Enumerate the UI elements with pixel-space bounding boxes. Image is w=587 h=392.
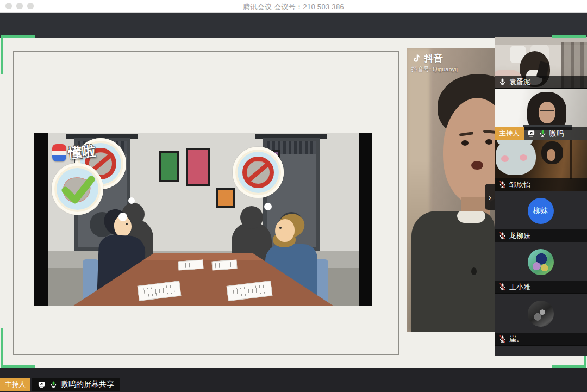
dongla-mascot-icon xyxy=(52,144,66,161)
participant-name: 崖。 xyxy=(509,334,523,344)
participant-label: 王小雅 xyxy=(495,281,587,293)
paper-2 xyxy=(211,259,237,270)
participant-label: 崖。 xyxy=(495,333,587,345)
window-title: 腾讯会议 会议号：210 503 386 xyxy=(0,2,587,12)
douyin-brand-text: 抖音 xyxy=(424,52,443,65)
mic-on-icon xyxy=(498,78,507,86)
actor-jacket xyxy=(411,211,495,332)
douyin-handle-text: 抖音号: Qiguanyij xyxy=(411,65,458,73)
participant-label: 袁蛋泥 xyxy=(495,76,587,88)
avatar-text: 柳妹 xyxy=(533,206,548,216)
cartoon-scene: 懂啦 xyxy=(48,133,359,306)
participant-tile[interactable]: 柳妹 龙柳妹 xyxy=(495,191,587,242)
participant-name: 袁蛋泥 xyxy=(509,77,530,87)
thought-bubble-check xyxy=(52,163,103,215)
actor-collar xyxy=(457,211,485,223)
bubble-dot xyxy=(128,197,135,204)
door-edge xyxy=(570,140,572,179)
share-border-bottom-left-v xyxy=(1,328,3,368)
prohibition-icon xyxy=(242,157,274,188)
mic-muted-icon xyxy=(498,335,507,343)
participant-name: 嗷呜 xyxy=(549,129,564,139)
mic-muted-icon xyxy=(498,181,507,189)
actor-eye-right xyxy=(485,139,492,145)
bubble-dot xyxy=(264,203,272,210)
participant-name: 龙柳妹 xyxy=(509,231,530,241)
participant-tile[interactable]: 袁蛋泥 xyxy=(495,37,587,89)
shared-cartoon-video: 懂啦 xyxy=(34,133,372,306)
participant-face xyxy=(547,149,555,161)
collapse-panel-button[interactable]: › xyxy=(485,184,495,210)
mic-muted-icon xyxy=(498,232,507,240)
douyin-video: 抖音 抖音号: Qiguanyij xyxy=(407,48,495,332)
paper-1 xyxy=(178,259,203,270)
jacket-button xyxy=(471,267,477,275)
titlebar: 腾讯会议 会议号：210 503 386 xyxy=(0,0,587,13)
share-border-top-right-h xyxy=(552,35,586,38)
screen-share-icon xyxy=(527,129,536,138)
man-right-face xyxy=(275,219,295,242)
share-border-top-left-v xyxy=(1,35,3,74)
chevron-right-icon: › xyxy=(489,192,491,202)
thought-bubble-ban-right xyxy=(233,147,284,198)
host-badge: 主持人 xyxy=(495,127,524,140)
mic-speaking-icon xyxy=(539,129,547,138)
douyin-logo-icon xyxy=(411,53,421,64)
douyin-brand-row: 抖音 xyxy=(411,52,443,65)
bottom-bar: 主持人 嗷呜的屏幕共享 xyxy=(0,368,587,392)
mic-muted-icon xyxy=(498,283,507,291)
participant-tile[interactable]: 邹欣怡 xyxy=(495,140,587,191)
share-border-top-left-h xyxy=(1,35,35,38)
dongla-watermark: 懂啦 xyxy=(68,142,97,162)
avatar xyxy=(528,249,554,275)
screen-share-status-chip[interactable]: 嗷呜的屏幕共享 xyxy=(32,378,120,391)
plush-cheek xyxy=(501,155,509,162)
share-border-bottom-right-h xyxy=(552,365,586,368)
avatar: 柳妹 xyxy=(528,198,554,224)
actor-eye-left xyxy=(461,140,469,146)
participant-tile[interactable]: 主持人 嗷呜 xyxy=(495,89,587,140)
wall-picture-pink xyxy=(186,148,210,186)
screen-share-icon xyxy=(37,381,46,389)
participant-tile[interactable]: 崖。 xyxy=(495,294,587,346)
participant-tile[interactable]: 王小雅 xyxy=(495,242,587,294)
participant-name: 邹欣怡 xyxy=(509,180,530,190)
actor-mouth xyxy=(471,161,483,170)
bubble-dot xyxy=(118,213,127,221)
mic-speaking-icon xyxy=(49,381,58,389)
glasses xyxy=(540,110,554,114)
participant-tile-partial xyxy=(495,346,587,356)
host-badge: 主持人 xyxy=(0,378,30,391)
tencent-meeting-window: 腾讯会议 会议号：210 503 386 xyxy=(0,0,587,392)
share-border-bottom-left-h xyxy=(1,365,35,368)
avatar xyxy=(528,301,554,327)
participant-label: 龙柳妹 xyxy=(495,229,587,242)
checkmark-icon xyxy=(61,176,95,204)
participant-label: 邹欣怡 xyxy=(495,178,587,191)
participant-name: 王小雅 xyxy=(509,282,530,292)
wall-picture-green xyxy=(159,151,179,182)
wall-picture-orange xyxy=(216,188,235,208)
plush-cheek xyxy=(520,154,527,161)
participants-panel: 袁蛋泥 主持人 嗷呜 xyxy=(495,37,587,356)
participant-label: 主持人 嗷呜 xyxy=(495,127,587,140)
share-status-text: 嗷呜的屏幕共享 xyxy=(61,379,114,389)
